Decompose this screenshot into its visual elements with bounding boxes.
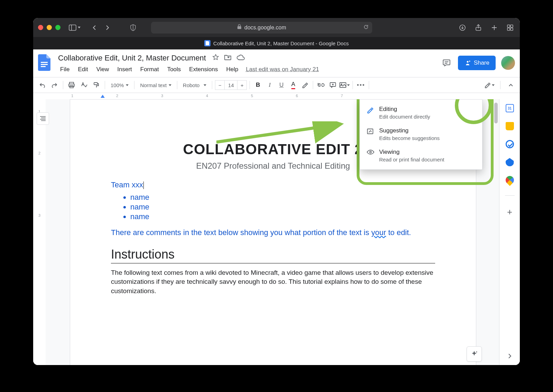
bold-button[interactable]: B — [253, 80, 263, 90]
chevron-down-icon — [169, 84, 171, 86]
svg-rect-12 — [41, 66, 46, 67]
sidebar-toggle-button[interactable] — [69, 25, 81, 31]
contacts-addon-button[interactable] — [506, 158, 514, 166]
mode-option-suggesting[interactable]: SuggestingEdits become suggestions — [360, 124, 482, 145]
privacy-shield-icon[interactable] — [128, 23, 138, 32]
redo-button[interactable] — [49, 80, 60, 91]
suggesting-icon — [367, 128, 374, 141]
chevron-down-icon — [492, 84, 495, 86]
highlight-color-button[interactable] — [300, 80, 310, 90]
mode-option-viewing[interactable]: ViewingRead or print final document — [360, 145, 482, 167]
svg-rect-8 — [507, 28, 510, 30]
address-bar[interactable]: docs.google.com — [151, 22, 372, 34]
menu-help[interactable]: Help — [223, 65, 242, 74]
menu-file[interactable]: File — [57, 65, 73, 74]
move-icon[interactable] — [224, 54, 232, 62]
editing-mode-menu: EditingEdit document directly Suggesting… — [359, 99, 482, 170]
print-button[interactable] — [66, 80, 77, 91]
svg-rect-10 — [41, 62, 48, 63]
font-size-control: − 14 + — [215, 80, 247, 90]
svg-rect-3 — [237, 26, 241, 29]
svg-point-31 — [476, 352, 477, 353]
list-item: name — [130, 212, 435, 221]
share-page-button[interactable] — [474, 23, 483, 32]
more-tools-button[interactable]: ••• — [356, 80, 366, 90]
account-avatar[interactable] — [501, 56, 515, 70]
star-icon[interactable] — [212, 54, 219, 62]
menu-extensions[interactable]: Extensions — [186, 65, 221, 74]
document-outline-button[interactable] — [37, 112, 49, 125]
italic-button[interactable]: I — [264, 80, 275, 90]
downloads-button[interactable] — [458, 23, 467, 32]
eye-icon — [367, 149, 374, 162]
cloud-status-icon[interactable] — [236, 54, 245, 62]
pencil-icon — [367, 106, 374, 120]
chevron-down-icon — [204, 84, 206, 86]
last-edit-link[interactable]: Last edit was on January 21 — [246, 66, 319, 73]
menu-format[interactable]: Format — [137, 65, 162, 74]
vertical-scrollbar[interactable] — [494, 103, 498, 123]
chevron-down-icon — [347, 84, 350, 86]
tab-overview-button[interactable] — [505, 23, 515, 32]
get-addons-button[interactable]: + — [507, 207, 512, 217]
open-comments-button[interactable] — [441, 57, 452, 69]
horizontal-ruler[interactable]: 1 2 3 4 5 6 7 — [33, 93, 520, 99]
share-button[interactable]: Share — [458, 56, 496, 70]
window-controls — [38, 25, 60, 30]
menu-edit[interactable]: Edit — [74, 65, 91, 74]
text-color-button[interactable]: A — [288, 80, 298, 90]
mode-option-editing[interactable]: EditingEdit document directly — [360, 102, 482, 124]
calendar-addon-button[interactable] — [506, 104, 514, 112]
document-title[interactable]: Collaborative Edit, Unit 2, Master Docum… — [57, 53, 207, 63]
back-button[interactable] — [90, 23, 99, 32]
add-comment-button[interactable] — [328, 80, 338, 90]
svg-rect-20 — [94, 83, 97, 85]
reload-icon[interactable] — [363, 24, 369, 31]
font-select[interactable]: Roboto — [180, 80, 209, 90]
chevron-down-icon — [78, 27, 81, 28]
menu-tools[interactable]: Tools — [164, 65, 185, 74]
svg-rect-19 — [70, 86, 73, 88]
docs-logo-icon[interactable] — [37, 53, 52, 72]
paragraph-style-select[interactable]: Normal text — [137, 80, 174, 90]
menu-insert[interactable]: Insert — [114, 65, 135, 74]
svg-rect-11 — [41, 64, 48, 65]
underline-button[interactable]: U — [276, 80, 287, 90]
insert-image-button[interactable] — [339, 80, 350, 90]
svg-point-15 — [467, 61, 468, 63]
editing-mode-button[interactable] — [481, 82, 497, 88]
insert-link-button[interactable] — [316, 80, 326, 90]
document-canvas[interactable]: 1 2 3 COLLABORATIVE EDIT 2 EN207 Profess… — [33, 99, 520, 365]
undo-button[interactable] — [37, 80, 48, 91]
close-window-button[interactable] — [38, 25, 43, 30]
team-line: Team xxx — [111, 180, 435, 189]
menu-view[interactable]: View — [93, 65, 113, 74]
font-size-value[interactable]: 14 — [225, 80, 237, 90]
google-docs-app: Collaborative Edit, Unit 2, Master Docum… — [33, 49, 520, 365]
list-item: name — [130, 203, 435, 212]
maximize-window-button[interactable] — [55, 25, 60, 30]
hide-sidepanel-button[interactable] — [508, 353, 512, 360]
tasks-addon-button[interactable] — [506, 140, 514, 148]
comments-note: There are comments in the text below sho… — [111, 227, 435, 238]
minimize-window-button[interactable] — [47, 25, 52, 30]
forward-button[interactable] — [103, 23, 112, 32]
browser-tabbar: Collaborative Edit, Unit 2, Master Docum… — [33, 37, 520, 49]
font-size-decrease[interactable]: − — [215, 80, 225, 90]
zoom-select[interactable]: 100% — [108, 80, 131, 90]
vertical-ruler[interactable]: 1 2 3 — [33, 99, 46, 365]
svg-point-29 — [370, 151, 372, 153]
team-name-list: name name name — [111, 193, 435, 221]
maps-addon-button[interactable] — [504, 174, 516, 186]
instructions-paragraph: The following text comes from a wiki dev… — [111, 268, 435, 296]
tab-title[interactable]: Collaborative Edit, Unit 2, Master Docum… — [213, 40, 349, 46]
svg-rect-7 — [510, 25, 513, 27]
paint-format-button[interactable] — [91, 80, 102, 91]
spellcheck-button[interactable] — [78, 80, 90, 91]
keep-addon-button[interactable] — [506, 122, 514, 130]
collapse-toolbar-button[interactable] — [505, 80, 516, 91]
font-size-increase[interactable]: + — [237, 80, 247, 90]
indent-marker-icon[interactable] — [101, 95, 105, 98]
new-tab-button[interactable] — [489, 23, 499, 32]
explore-button[interactable] — [467, 346, 482, 362]
